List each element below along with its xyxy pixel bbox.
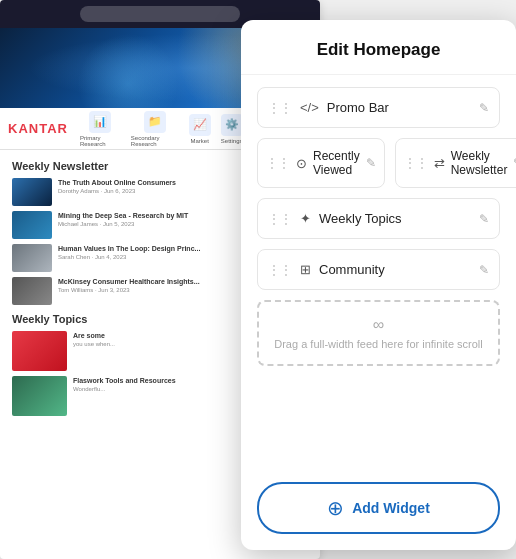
drag-handle-topics[interactable]: ⋮⋮ [268,212,292,226]
drag-handle-newsletter[interactable]: ⋮⋮ [404,156,428,170]
article-thumb-4 [12,277,52,305]
topics-thumb-2 [12,376,67,416]
widget-recently-viewed[interactable]: ⋮⋮ ⊙ Recently Viewed ✎ [257,138,385,188]
primary-research-icon: 📊 [89,111,111,133]
weekly-topics-label: Weekly Topics [319,211,471,226]
widget-promo-bar[interactable]: ⋮⋮ </> Promo Bar ✎ [257,87,500,128]
weekly-newsletter-icon: ⇄ [434,156,445,171]
community-label: Community [319,262,471,277]
promo-bar-edit-icon[interactable]: ✎ [479,101,489,115]
weekly-topics-icon: ✦ [300,211,311,226]
promo-bar-label: Promo Bar [327,100,471,115]
edit-panel-title: Edit Homepage [261,40,496,60]
nav-item-primary[interactable]: 📊 Primary Research [80,111,121,147]
drag-zone-label: Drag a full-width feed here for infinite… [269,338,488,350]
add-widget-label: Add Widget [352,500,430,516]
widget-community[interactable]: ⋮⋮ ⊞ Community ✎ [257,249,500,290]
secondary-research-icon: 📁 [144,111,166,133]
nav-item-secondary[interactable]: 📁 Secondary Research [131,111,179,147]
weekly-topics-edit-icon[interactable]: ✎ [479,212,489,226]
edit-panel-body: ⋮⋮ </> Promo Bar ✎ ⋮⋮ ⊙ Recently Viewed … [241,75,516,482]
topics-thumb-1 [12,331,67,371]
article-thumb-3 [12,244,52,272]
recently-viewed-edit-icon[interactable]: ✎ [366,156,376,170]
community-edit-icon[interactable]: ✎ [479,263,489,277]
nav-logo: KANTAR [8,121,68,136]
search-bar[interactable] [80,6,240,22]
article-thumb-2 [12,211,52,239]
promo-bar-icon: </> [300,100,319,115]
settings-icon: ⚙️ [221,114,243,136]
widget-weekly-topics[interactable]: ⋮⋮ ✦ Weekly Topics ✎ [257,198,500,239]
nav-item-settings[interactable]: ⚙️ Settings [221,114,243,144]
widget-weekly-newsletter[interactable]: ⋮⋮ ⇄ Weekly Newsletter ✎ [395,138,516,188]
edit-homepage-panel: Edit Homepage ⋮⋮ </> Promo Bar ✎ ⋮⋮ ⊙ Re… [241,20,516,550]
article-thumb-1 [12,178,52,206]
edit-panel-header: Edit Homepage [241,20,516,75]
infinite-scroll-icon: ∞ [269,316,488,334]
community-icon: ⊞ [300,262,311,277]
drag-handle-promo[interactable]: ⋮⋮ [268,101,292,115]
recently-viewed-label: Recently Viewed [313,149,360,177]
plus-icon: ⊕ [327,496,344,520]
recently-viewed-icon: ⊙ [296,156,307,171]
widget-row-double: ⋮⋮ ⊙ Recently Viewed ✎ ⋮⋮ ⇄ Weekly Newsl… [257,138,500,188]
drag-handle-recently[interactable]: ⋮⋮ [266,156,290,170]
drag-zone[interactable]: ∞ Drag a full-width feed here for infini… [257,300,500,366]
add-widget-button[interactable]: ⊕ Add Widget [257,482,500,534]
market-icon: 📈 [189,114,211,136]
drag-handle-community[interactable]: ⋮⋮ [268,263,292,277]
weekly-newsletter-label: Weekly Newsletter [451,149,508,177]
nav-item-market[interactable]: 📈 Market [189,114,211,144]
